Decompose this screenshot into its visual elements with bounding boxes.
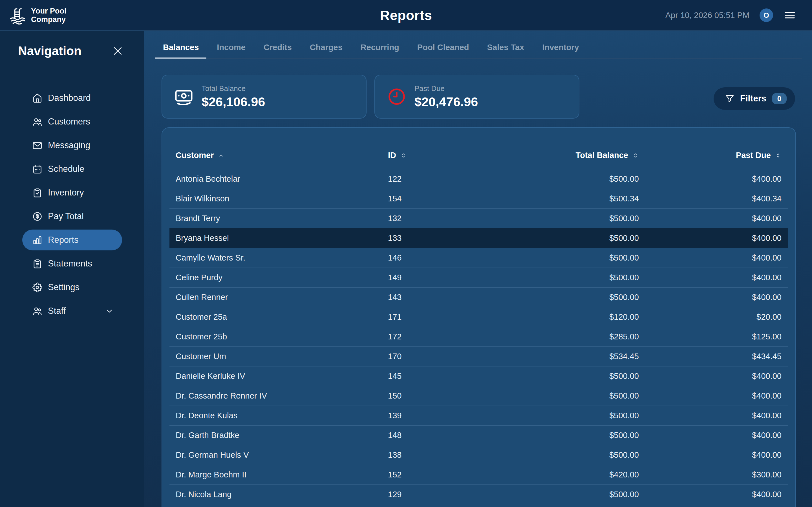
cell-id: 149	[388, 273, 483, 282]
table-row[interactable]: Antonia Bechtelar122$500.00$400.00	[169, 169, 788, 189]
sidebar-item-pay-total[interactable]: Pay Total	[22, 206, 122, 227]
cell-past-due: $400.00	[639, 391, 781, 400]
table-row[interactable]: Dr. Deonte Kulas139$500.00$400.00	[169, 406, 788, 425]
cell-total-balance: $500.34	[483, 194, 639, 203]
topbar-right: Apr 10, 2026 05:51 PM O	[665, 8, 812, 22]
cell-name: Antonia Bechtelar	[175, 174, 388, 184]
cell-name: Danielle Kerluke IV	[175, 372, 388, 381]
table-row[interactable]: Cullen Renner143$500.00$400.00	[169, 287, 788, 307]
table-row[interactable]: Brandt Terry132$500.00$400.00	[169, 209, 788, 228]
tab-pool-cleaned[interactable]: Pool Cleaned	[410, 41, 477, 59]
table-row[interactable]: Camylle Waters Sr.146$500.00$400.00	[169, 248, 788, 268]
cell-total-balance: $500.00	[483, 391, 639, 400]
table-row[interactable]: Customer 25a171$120.00$20.00	[169, 307, 788, 327]
banknote-icon	[174, 87, 193, 106]
cell-total-balance: $500.00	[483, 411, 639, 420]
user-avatar[interactable]: O	[760, 8, 773, 22]
table-row[interactable]: Celine Purdy149$500.00$400.00	[169, 268, 788, 287]
cell-id: 129	[388, 490, 483, 499]
cell-name: Dr. Deonte Kulas	[175, 411, 388, 420]
column-header-past-due[interactable]: Past Due	[639, 151, 781, 160]
cell-name: Cullen Renner	[175, 293, 388, 302]
bar-chart-icon	[33, 235, 42, 245]
cell-past-due: $400.00	[639, 174, 781, 184]
cell-id: 152	[388, 470, 483, 480]
stat-label: Past Due	[414, 84, 478, 93]
table-row[interactable]: Blair Wilkinson154$500.34$400.34	[169, 189, 788, 209]
cell-name: Customer Um	[175, 352, 388, 361]
cell-id: 145	[388, 372, 483, 381]
table-row[interactable]: Dr. Marge Boehm II152$420.00$300.00	[169, 465, 788, 485]
cell-total-balance: $500.00	[483, 431, 639, 440]
cell-total-balance: $500.00	[483, 293, 639, 302]
table-row[interactable]: Customer Um170$534.45$434.45	[169, 346, 788, 366]
cell-past-due: $400.00	[639, 490, 781, 499]
tab-balances[interactable]: Balances	[155, 41, 206, 59]
cell-name: Customer 25b	[175, 332, 388, 341]
current-datetime: Apr 10, 2026 05:51 PM	[665, 11, 749, 20]
home-icon	[33, 93, 42, 103]
sidebar-item-schedule[interactable]: Schedule	[22, 159, 122, 179]
clock-icon	[388, 87, 406, 106]
stat-value: $20,476.96	[414, 95, 478, 109]
cell-name: Celine Purdy	[175, 273, 388, 282]
cell-past-due: $400.34	[639, 194, 781, 203]
sidebar-item-settings[interactable]: Settings	[22, 277, 122, 298]
cell-id: 138	[388, 450, 483, 460]
tab-recurring[interactable]: Recurring	[353, 41, 407, 59]
menu-icon[interactable]	[783, 9, 796, 22]
filters-label: Filters	[740, 94, 766, 104]
table-row[interactable]: Customer 25b172$285.00$125.00	[169, 327, 788, 346]
cell-name: Blair Wilkinson	[175, 194, 388, 203]
tab-inventory[interactable]: Inventory	[535, 41, 587, 59]
sidebar-item-inventory[interactable]: Inventory	[22, 182, 122, 203]
gear-icon	[33, 283, 42, 292]
table-row[interactable]: Dr. German Huels V138$500.00$400.00	[169, 445, 788, 465]
cell-id: 132	[388, 214, 483, 223]
table-row[interactable]: Dr. Garth Bradtke148$500.00$400.00	[169, 425, 788, 445]
sidebar-item-staff[interactable]: Staff	[22, 300, 122, 321]
tab-income[interactable]: Income	[209, 41, 253, 59]
cell-name: Dr. Nicola Lang	[175, 490, 388, 499]
column-header-id[interactable]: ID	[388, 151, 483, 160]
cell-total-balance: $285.00	[483, 332, 639, 341]
cell-id: 172	[388, 332, 483, 341]
close-icon[interactable]	[112, 45, 123, 57]
dollar-circle-icon	[33, 212, 42, 221]
column-header-total-balance[interactable]: Total Balance	[483, 151, 639, 160]
table-row[interactable]: Dr. Nicola Lang129$500.00$400.00	[169, 485, 788, 504]
sidebar-item-reports[interactable]: Reports	[22, 230, 122, 250]
cell-id: 171	[388, 313, 483, 322]
cell-id: 170	[388, 352, 483, 361]
sidebar-item-statements[interactable]: Statements	[22, 253, 122, 274]
sidebar-item-label: Staff	[48, 306, 66, 316]
tabs: BalancesIncomeCreditsChargesRecurringPoo…	[155, 41, 802, 59]
sidebar-item-customers[interactable]: Customers	[22, 111, 122, 132]
cell-id: 150	[388, 391, 483, 400]
past-due-card: Past Due $20,476.96	[374, 75, 579, 119]
column-header-customer[interactable]: Customer	[175, 151, 388, 160]
chevron-down-icon	[105, 307, 114, 315]
clipboard-check-icon	[33, 188, 42, 198]
tab-credits[interactable]: Credits	[256, 41, 299, 59]
table-row[interactable]: Bryana Hessel133$500.00$400.00	[169, 228, 788, 248]
cell-past-due: $300.00	[639, 470, 781, 480]
main-content: BalancesIncomeCreditsChargesRecurringPoo…	[144, 31, 812, 507]
table-row[interactable]: Danielle Kerluke IV145$500.00$400.00	[169, 366, 788, 386]
filters-button[interactable]: Filters 0	[714, 87, 795, 110]
mail-icon	[33, 140, 42, 151]
sidebar-item-messaging[interactable]: Messaging	[22, 135, 122, 156]
cell-name: Dr. Cassandre Renner IV	[175, 391, 388, 400]
cell-total-balance: $120.00	[483, 313, 639, 322]
sidebar-item-label: Settings	[48, 282, 80, 292]
sort-icon	[775, 152, 781, 159]
cell-name: Dr. German Huels V	[175, 450, 388, 460]
tab-charges[interactable]: Charges	[302, 41, 350, 59]
cell-total-balance: $500.00	[483, 214, 639, 223]
sidebar-item-dashboard[interactable]: Dashboard	[22, 88, 122, 108]
cell-past-due: $400.00	[639, 273, 781, 282]
tab-sales-tax[interactable]: Sales Tax	[479, 41, 532, 59]
table-row[interactable]: Dr. Cassandre Renner IV150$500.00$400.00	[169, 386, 788, 406]
brand-logo: Your Pool Company	[0, 6, 66, 24]
cell-past-due: $434.45	[639, 352, 781, 361]
